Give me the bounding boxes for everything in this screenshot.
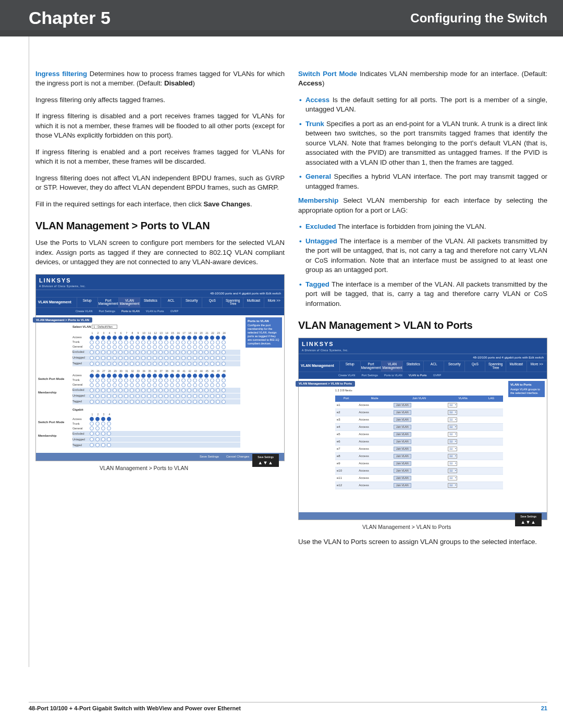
port-radio[interactable] (130, 356, 134, 360)
port-radio[interactable] (101, 388, 105, 392)
port-radio[interactable] (216, 388, 220, 392)
port-radio[interactable] (170, 388, 174, 392)
port-radio[interactable] (181, 378, 186, 382)
port-radio[interactable] (153, 340, 157, 344)
port-radio[interactable] (216, 362, 220, 366)
port-radio[interactable] (95, 437, 100, 441)
port-radio[interactable] (124, 388, 128, 392)
port-radio[interactable] (101, 431, 105, 436)
port-radio[interactable] (130, 394, 134, 398)
port-radio[interactable] (95, 340, 100, 344)
port-radio[interactable] (118, 340, 123, 344)
port-radio[interactable] (136, 362, 140, 366)
port-radio[interactable] (107, 356, 111, 360)
port-radio[interactable] (216, 345, 220, 349)
port-radio[interactable] (199, 394, 203, 398)
port-radio[interactable] (210, 374, 214, 378)
join-vlan-button[interactable]: Join VLAN (394, 447, 411, 451)
port-radio[interactable] (199, 383, 203, 387)
port-radio[interactable] (158, 394, 163, 398)
port-radio[interactable] (130, 374, 134, 378)
subnav-item[interactable]: VLAN to Ports (409, 374, 427, 378)
port-radio[interactable] (113, 383, 117, 387)
port-radio[interactable] (170, 383, 174, 387)
port-radio[interactable] (222, 336, 226, 340)
port-radio[interactable] (193, 374, 197, 378)
port-radio[interactable] (101, 340, 105, 344)
port-radio[interactable] (199, 378, 203, 382)
port-radio[interactable] (204, 394, 209, 398)
port-radio[interactable] (113, 350, 117, 354)
port-radio[interactable] (170, 356, 174, 360)
port-radio[interactable] (107, 345, 111, 349)
port-radio[interactable] (124, 345, 128, 349)
port-radio[interactable] (199, 362, 203, 366)
port-radio[interactable] (158, 378, 163, 382)
port-radio[interactable] (158, 362, 163, 366)
vlan-select[interactable]: 1U (448, 417, 457, 422)
nav-tab[interactable]: SpanningTree (485, 361, 506, 372)
port-radio[interactable] (216, 356, 220, 360)
port-radio[interactable] (147, 400, 151, 404)
port-radio[interactable] (113, 340, 117, 344)
port-radio[interactable] (90, 426, 94, 430)
port-radio[interactable] (153, 378, 157, 382)
port-radio[interactable] (136, 350, 140, 354)
port-radio[interactable] (95, 426, 100, 430)
subnav-item[interactable]: Create VLAN (76, 310, 92, 314)
port-radio[interactable] (113, 378, 117, 382)
port-radio[interactable] (130, 388, 134, 392)
port-radio[interactable] (222, 388, 226, 392)
port-radio[interactable] (130, 400, 134, 404)
port-radio[interactable] (187, 378, 191, 382)
port-radio[interactable] (118, 336, 123, 340)
save-button[interactable]: Save Settings (197, 454, 222, 459)
port-radio[interactable] (187, 345, 191, 349)
port-radio[interactable] (176, 345, 180, 349)
port-radio[interactable] (95, 383, 100, 387)
port-radio[interactable] (170, 336, 174, 340)
port-radio[interactable] (101, 374, 105, 378)
port-radio[interactable] (101, 383, 105, 387)
port-radio[interactable] (199, 350, 203, 354)
port-radio[interactable] (164, 336, 168, 340)
port-radio[interactable] (176, 388, 180, 392)
port-radio[interactable] (176, 394, 180, 398)
port-radio[interactable] (118, 400, 123, 404)
nav-tab[interactable]: PortManagement (360, 361, 382, 372)
port-radio[interactable] (95, 417, 100, 421)
port-radio[interactable] (141, 378, 145, 382)
port-radio[interactable] (101, 437, 105, 441)
port-radio[interactable] (199, 356, 203, 360)
port-radio[interactable] (136, 378, 140, 382)
port-radio[interactable] (199, 336, 203, 340)
port-radio[interactable] (210, 345, 214, 349)
port-radio[interactable] (193, 336, 197, 340)
port-radio[interactable] (204, 400, 209, 404)
port-radio[interactable] (216, 378, 220, 382)
port-radio[interactable] (113, 345, 117, 349)
port-radio[interactable] (181, 374, 186, 378)
port-radio[interactable] (141, 400, 145, 404)
nav-tab[interactable]: Statistics (402, 361, 423, 372)
subnav-item[interactable]: Port Settings (99, 310, 115, 314)
port-radio[interactable] (141, 350, 145, 354)
vlan-select[interactable]: 1U (448, 461, 457, 466)
vlan-select[interactable]: 1U (448, 483, 457, 488)
port-radio[interactable] (101, 400, 105, 404)
port-radio[interactable] (222, 356, 226, 360)
port-radio[interactable] (181, 356, 186, 360)
port-radio[interactable] (164, 362, 168, 366)
port-radio[interactable] (158, 356, 163, 360)
nav-tab[interactable]: Setup (77, 298, 97, 308)
port-radio[interactable] (204, 378, 209, 382)
port-radio[interactable] (141, 340, 145, 344)
subnav-item[interactable]: Create VLAN (338, 374, 355, 378)
port-radio[interactable] (130, 378, 134, 382)
port-radio[interactable] (187, 388, 191, 392)
subnav-item[interactable]: GVRP (170, 310, 179, 314)
port-radio[interactable] (147, 362, 151, 366)
port-radio[interactable] (158, 345, 163, 349)
port-radio[interactable] (164, 383, 168, 387)
port-radio[interactable] (176, 336, 180, 340)
